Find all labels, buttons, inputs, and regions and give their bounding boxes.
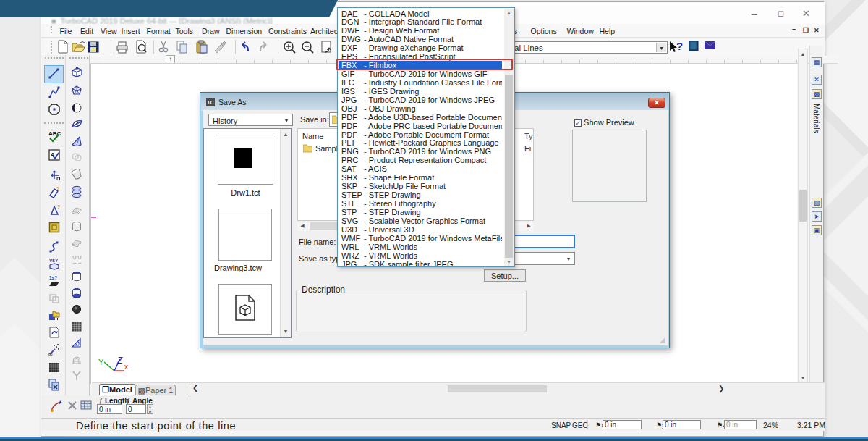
- svg-text:Y: Y: [98, 358, 104, 366]
- svg-text:ABC: ABC: [48, 130, 61, 137]
- svg-text:x: x: [124, 363, 128, 371]
- svg-text:?: ?: [56, 186, 59, 191]
- svg-text:Z: Z: [116, 356, 123, 366]
- svg-text:Vs?: Vs?: [49, 258, 58, 263]
- svg-text:88: 88: [48, 352, 53, 356]
- svg-text:?: ?: [676, 40, 683, 52]
- svg-text:?: ?: [57, 204, 60, 209]
- svg-text:1s?: 1s?: [49, 275, 57, 280]
